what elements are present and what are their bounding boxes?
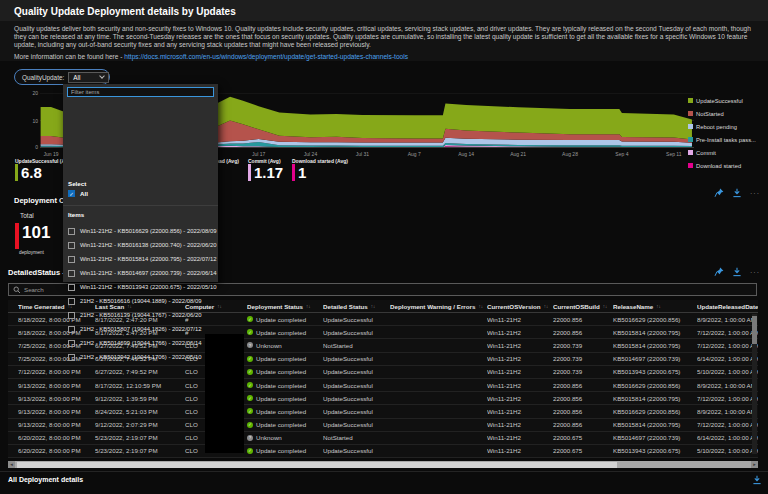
dropdown-item[interactable]: 21H2 - KB5014699 (19044.1766) - 2022/06/… <box>68 336 216 350</box>
pin-icon[interactable] <box>714 188 724 198</box>
checkbox-icon[interactable] <box>68 270 75 277</box>
quality-update-filter[interactable]: QualityUpdate: All <box>14 69 110 85</box>
column-header[interactable]: UpdateReleasedDate↑↓ <box>697 303 758 310</box>
sort-icon[interactable]: ↑↓ <box>478 304 483 309</box>
cell-releasename: KB5016629 (22000.856) <box>613 408 697 415</box>
column-header[interactable]: CurrentOSVersion↑↓ <box>487 303 553 310</box>
dropdown-item[interactable]: Win11-21H2 - KB5014697 (22000.739) - 202… <box>68 266 216 280</box>
column-header[interactable]: CurrentOSBuild↑↓ <box>553 303 613 310</box>
tile-bar <box>15 164 18 181</box>
dropdown-item[interactable]: Win11-21H2 - KB5016138 (22000.740) - 202… <box>68 238 216 252</box>
cell-time-generated: 7/12/2022, 8:00:00 PM <box>18 368 95 375</box>
sort-icon[interactable]: ↑↓ <box>544 304 549 309</box>
legend-item[interactable]: Pre-Install tasks pass... <box>688 133 756 146</box>
download-icon[interactable] <box>732 267 742 277</box>
checkbox-icon[interactable] <box>68 354 75 361</box>
download-icon[interactable] <box>732 188 742 198</box>
download-icon[interactable] <box>752 475 762 485</box>
cell-releasename: KB5016629 (22000.856) <box>613 382 697 389</box>
cell-detailed-status: UpdateSuccessful <box>323 368 390 375</box>
legend-label: Download started <box>696 163 741 169</box>
checkbox-icon[interactable] <box>68 326 75 333</box>
pin-icon[interactable] <box>714 267 724 277</box>
legend-item[interactable]: UpdateSuccessful <box>688 94 756 107</box>
cell-last-scan: 8/17/2022, 12:10:59 PM <box>95 382 185 389</box>
dropdown-item[interactable]: 21H2 - KB5013942 (19044.1706) - 2022/05/… <box>68 350 216 364</box>
dropdown-item[interactable]: Win11-21H2 - KB5013943 (22000.675) - 202… <box>68 280 216 294</box>
table-row[interactable]: 9/13/2022, 8:00:00 PM8/24/2022, 5:21:03 … <box>8 405 758 418</box>
cell-detailed-status: UpdateSuccessful <box>323 382 390 389</box>
legend-item[interactable]: Commit <box>688 146 756 159</box>
cell-currentosversion: Win11-21H2 <box>487 355 553 362</box>
dropdown-items-header: Items <box>68 211 84 218</box>
cell-currentosbuild: 22000.856 <box>553 408 613 415</box>
table-row[interactable]: 7/12/2022, 8:00:00 PM6/27/2022, 7:49:52 … <box>8 366 758 379</box>
sort-icon[interactable]: ↑↓ <box>656 304 661 309</box>
dropdown-item[interactable]: 21H2 - KB5015807 (19044.1826) - 2022/07/… <box>68 322 216 336</box>
ellipsis-menu-icon[interactable]: ··· <box>750 269 760 276</box>
y-tick-0: 0 <box>35 144 38 150</box>
vertical-scrollbar[interactable] <box>752 314 757 454</box>
cell-currentosversion: Win11-21H2 <box>487 447 553 454</box>
filter-dropdown-panel: Select ✓ All Items Win11-21H2 - KB501662… <box>63 84 218 282</box>
table-row[interactable]: 9/13/2022, 8:00:00 PM8/17/2022, 12:10:59… <box>8 379 758 392</box>
dropdown-item-label: 21H2 - KB5015807 (19044.1826) - 2022/07/… <box>80 326 202 332</box>
cell-deployment-status: ✓Update completed <box>247 329 323 336</box>
ellipsis-menu-icon[interactable]: ··· <box>750 190 760 197</box>
column-header[interactable]: Deployment Warning / Errors↑↓ <box>390 303 487 310</box>
vertical-scrollbar-thumb[interactable] <box>752 316 757 344</box>
scroll-left-arrow[interactable]: ◂ <box>8 461 15 468</box>
scroll-right-arrow[interactable]: ▸ <box>751 461 758 468</box>
checkbox-icon[interactable] <box>68 298 75 305</box>
cell-time-generated: 9/13/2022, 8:00:00 PM <box>18 421 95 428</box>
checked-checkbox-icon[interactable]: ✓ <box>68 190 75 197</box>
dropdown-item[interactable]: 21H2 - KB5016139 (19044.1767) - 2022/06/… <box>68 308 216 322</box>
column-header[interactable]: Deployment Status↑↓ <box>247 303 323 310</box>
checkbox-icon[interactable] <box>68 312 75 319</box>
chart-legend[interactable]: UpdateSuccessfulNotStartedReboot pending… <box>688 94 756 172</box>
page-description: Quality updates deliver both security an… <box>14 25 756 49</box>
sort-icon[interactable]: ↑↓ <box>371 304 376 309</box>
legend-label: Pre-Install tasks pass... <box>696 137 756 143</box>
dropdown-item[interactable]: 21H2 - KB5016616 (19044.1889) - 2022/08/… <box>68 294 216 308</box>
overview-total-tile: 101 <box>15 223 50 249</box>
tile-bar <box>292 164 295 181</box>
more-info-link[interactable]: https://docs.microsoft.com/en-us/windows… <box>124 53 408 60</box>
status-check-icon: ✓ <box>247 395 253 401</box>
cell-currentosbuild: 22000.856 <box>553 421 613 428</box>
dropdown-select-all[interactable]: ✓ All <box>68 190 88 197</box>
status-label: Update completed <box>256 329 306 336</box>
checkbox-icon[interactable] <box>68 242 75 249</box>
table-row[interactable]: 6/20/2022, 8:00:00 PM5/23/2022, 2:19:07 … <box>8 432 758 445</box>
dropdown-item[interactable]: Win11-21H2 - KB5016629 (22000.856) - 202… <box>68 224 216 238</box>
column-header[interactable]: ReleaseName↑↓ <box>613 303 697 310</box>
checkbox-icon[interactable] <box>68 256 75 263</box>
table-row[interactable]: 9/13/2022, 8:00:00 PM9/12/2022, 1:39:59 … <box>8 392 758 405</box>
cell-updatereleaseddate: 5/10/2022, 1:00:00 AM <box>697 368 758 375</box>
cell-last-scan: 9/12/2022, 2:07:29 PM <box>95 421 185 428</box>
dropdown-filter-input[interactable] <box>67 87 214 97</box>
checkbox-icon[interactable] <box>68 284 75 291</box>
dropdown-item[interactable]: Win11-21H2 - KB5015814 (22000.795) - 202… <box>68 252 216 266</box>
sort-icon[interactable]: ↑↓ <box>306 304 311 309</box>
column-header-label: CurrentOSBuild <box>553 303 600 310</box>
legend-item[interactable]: NotStarted <box>688 107 756 120</box>
sort-icon[interactable]: ↑↓ <box>217 304 222 309</box>
x-tick-label: Jul 24 <box>304 151 317 157</box>
table-row[interactable]: 6/20/2022, 8:00:00 PM5/23/2022, 2:19:07 … <box>8 445 758 458</box>
legend-item[interactable]: Reboot pending <box>688 120 756 133</box>
tile-value: 1.17 <box>254 164 283 181</box>
overview-total-unit: deployment <box>19 250 44 255</box>
legend-item[interactable]: Download started <box>688 159 756 172</box>
table-row[interactable]: 9/13/2022, 8:00:00 PM9/12/2022, 2:07:29 … <box>8 419 758 432</box>
status-label: Unknown <box>256 342 282 349</box>
horizontal-scrollbar[interactable]: ◂ ▸ <box>8 461 758 468</box>
cell-detailed-status: UpdateSuccessful <box>323 395 390 402</box>
chevron-down-icon <box>99 73 105 79</box>
checkbox-icon[interactable] <box>68 228 75 235</box>
sort-icon[interactable]: ↑↓ <box>603 304 608 309</box>
horizontal-scrollbar-thumb[interactable] <box>17 462 617 468</box>
column-header[interactable]: Detailed Status↑↓ <box>323 303 390 310</box>
checkbox-icon[interactable] <box>68 340 75 347</box>
filter-dropdown-control[interactable]: All <box>68 72 109 83</box>
